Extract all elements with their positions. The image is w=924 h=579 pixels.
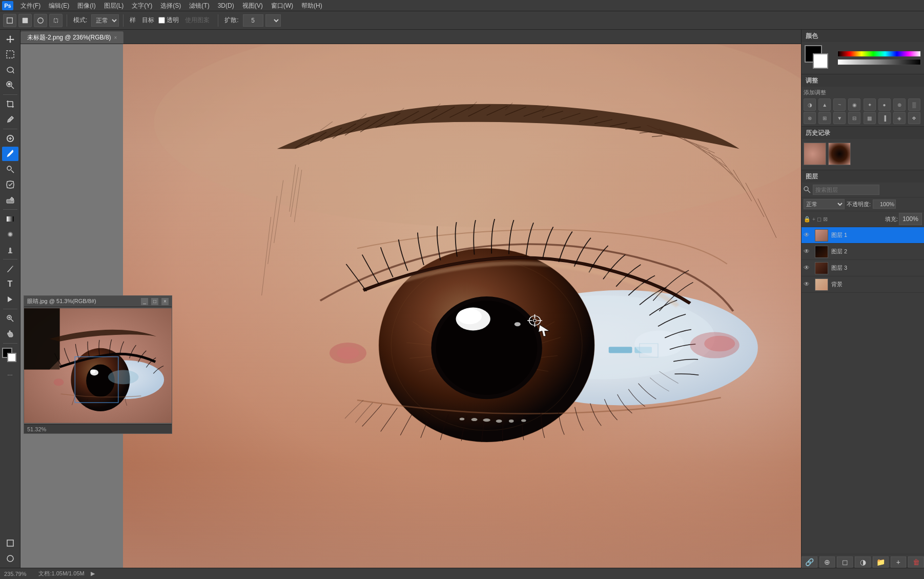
adj-hsl[interactable]: ●: [878, 98, 891, 111]
adjustment-section-header[interactable]: 调整: [802, 74, 924, 87]
toolbar-btn-3[interactable]: [34, 14, 47, 27]
opacity-input[interactable]: [873, 199, 896, 209]
menu-text[interactable]: 文字(Y): [128, 0, 156, 11]
layer-delete-btn[interactable]: 🗑: [908, 556, 924, 568]
layers-search-input[interactable]: [813, 185, 879, 195]
menu-layer[interactable]: 图层(L): [100, 0, 128, 11]
menu-3d[interactable]: 3D(D): [214, 0, 238, 11]
color-spectrum[interactable]: [837, 51, 921, 57]
menu-filter[interactable]: 滤镜(T): [185, 0, 213, 11]
svg-point-2: [38, 17, 44, 23]
adj-color-lookup[interactable]: ▼: [833, 112, 846, 124]
layers-section-header[interactable]: 图层: [802, 170, 924, 183]
tool-eyedropper[interactable]: [2, 112, 18, 127]
bg-color[interactable]: [813, 53, 828, 69]
tool-brush[interactable]: [2, 147, 18, 161]
blend-mode-select[interactable]: 正常: [91, 14, 119, 27]
toolbar-btn-4[interactable]: [49, 14, 63, 27]
layer-row-2[interactable]: 👁 图层 3: [802, 260, 924, 276]
toolbar-btn-2[interactable]: [18, 14, 32, 27]
menu-file[interactable]: 文件(F): [16, 0, 45, 11]
adj-selective-color[interactable]: ❖: [908, 112, 920, 124]
tool-healing[interactable]: [2, 131, 18, 146]
float-close-btn[interactable]: ×: [161, 298, 169, 305]
tool-crop[interactable]: [2, 97, 18, 111]
tool-shape-rect[interactable]: [2, 536, 18, 550]
adj-curves[interactable]: ~: [833, 98, 846, 111]
adj-vibrance[interactable]: ✦: [864, 98, 876, 111]
layer-blend-select[interactable]: 正常: [804, 199, 845, 209]
tool-dodge[interactable]: [2, 243, 18, 257]
tool-quick-select[interactable]: [2, 78, 18, 92]
tool-select-rect[interactable]: [2, 47, 18, 62]
tool-more[interactable]: …: [2, 366, 18, 381]
adj-channel-mixer[interactable]: ⊞: [818, 112, 831, 124]
float-window-title[interactable]: 眼睛.jpg @ 51.3%(RGB/8#) _ □ ×: [24, 296, 172, 307]
spread-input[interactable]: [243, 14, 263, 27]
layer-eye-0[interactable]: 👁: [804, 231, 812, 239]
tool-shape-circle[interactable]: [2, 551, 18, 566]
tool-hand[interactable]: [2, 327, 18, 341]
tool-lasso[interactable]: [2, 63, 18, 77]
color-section-header[interactable]: 颜色: [802, 30, 924, 42]
adj-exposure[interactable]: ◉: [848, 98, 860, 111]
menu-select[interactable]: 选择(S): [156, 0, 185, 11]
tool-blur[interactable]: [2, 227, 18, 242]
layer-link-btn[interactable]: 🔗: [802, 556, 817, 568]
adj-gradient-map[interactable]: ◈: [893, 112, 906, 124]
tab-bar: 未标题-2.png @ 236%(RGB/8) ×: [20, 30, 801, 44]
adj-bw[interactable]: ▒: [908, 98, 920, 111]
tool-move[interactable]: [2, 32, 18, 46]
tab-close[interactable]: ×: [114, 35, 117, 41]
history-thumb-2[interactable]: [828, 143, 851, 165]
menu-edit[interactable]: 编辑(E): [45, 0, 73, 11]
spread-select[interactable]: ▼: [265, 14, 281, 27]
toolbar-btn-1[interactable]: [3, 14, 16, 27]
adj-color-balance[interactable]: ⊕: [893, 98, 906, 111]
layer-adjustment-btn[interactable]: ◑: [855, 556, 871, 568]
layer-new-btn[interactable]: +: [891, 556, 907, 568]
adj-levels[interactable]: ▲: [818, 98, 831, 111]
menu-window[interactable]: 窗口(W): [267, 0, 297, 11]
color-swatches-container: [805, 45, 833, 71]
tool-path-select[interactable]: [2, 292, 18, 307]
adj-photo-filter[interactable]: ⊗: [804, 112, 816, 124]
transparent-checkbox[interactable]: 透明: [158, 16, 179, 25]
layer-eye-2[interactable]: 👁: [804, 264, 812, 272]
layer-row-0[interactable]: 👁 图层 1: [802, 227, 924, 244]
bg-color-swatch[interactable]: [7, 353, 16, 362]
menu-view[interactable]: 视图(V): [238, 0, 267, 11]
tool-gradient[interactable]: [2, 212, 18, 226]
layer-row-1[interactable]: 👁 图层 2: [802, 244, 924, 260]
menu-image[interactable]: 图像(I): [73, 0, 99, 11]
history-section-header[interactable]: 历史记录: [802, 127, 924, 139]
float-minimize-btn[interactable]: _: [141, 298, 148, 305]
brightness-bar[interactable]: [837, 59, 921, 65]
transparent-check[interactable]: [158, 17, 165, 24]
adj-brightness[interactable]: ◑: [804, 98, 816, 111]
tool-pen[interactable]: [2, 262, 18, 276]
tool-eraser[interactable]: [2, 193, 18, 207]
adj-posterize[interactable]: ▦: [864, 112, 876, 124]
adj-invert[interactable]: ⊟: [848, 112, 860, 124]
canvas-document[interactable]: [123, 44, 801, 568]
layer-mask-btn[interactable]: ◻: [837, 556, 853, 568]
layers-fill-row: 🔒 + ◻ ⊠ 填充:: [802, 211, 924, 227]
layer-group-btn[interactable]: 📁: [873, 556, 889, 568]
history-thumb-1[interactable]: [804, 143, 826, 165]
float-restore-btn[interactable]: □: [151, 298, 158, 305]
layer-row-3[interactable]: 👁 背景: [802, 276, 924, 293]
layers-list: 👁 图层 1 👁 图层 2 👁 图层 3 👁 背景: [802, 227, 924, 554]
doc-tab-active[interactable]: 未标题-2.png @ 236%(RGB/8) ×: [20, 31, 124, 44]
layer-style-btn[interactable]: ⊕: [819, 556, 835, 568]
status-arrow[interactable]: ▶: [91, 570, 95, 577]
tool-zoom[interactable]: [2, 311, 18, 326]
tool-history-brush[interactable]: [2, 177, 18, 192]
tool-clone[interactable]: [2, 162, 18, 176]
adj-threshold[interactable]: ▐: [878, 112, 891, 124]
layer-eye-1[interactable]: 👁: [804, 248, 812, 256]
fill-input[interactable]: [899, 213, 922, 225]
tool-text[interactable]: T: [2, 277, 18, 291]
layer-eye-3[interactable]: 👁: [804, 281, 812, 289]
menu-help[interactable]: 帮助(H): [297, 0, 326, 11]
